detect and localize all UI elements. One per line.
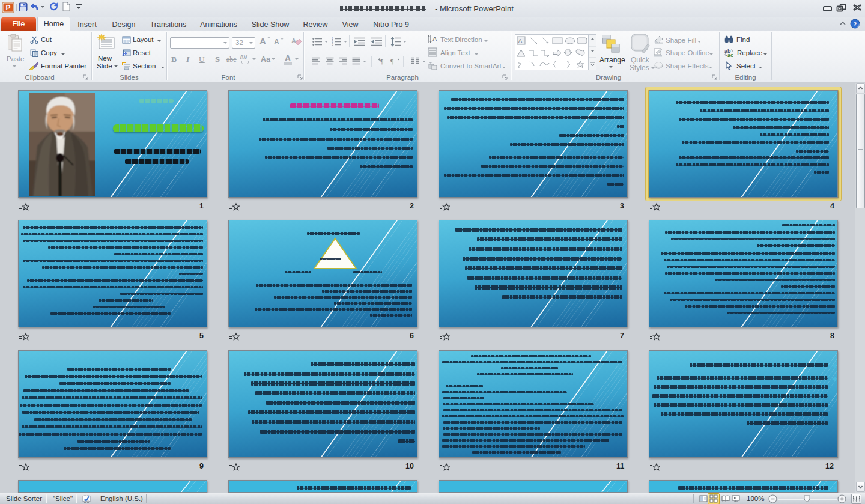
svg-text:P: P bbox=[5, 4, 10, 12]
svg-text:AV: AV bbox=[240, 54, 247, 61]
svg-text:A: A bbox=[432, 35, 437, 43]
svg-text:ac: ac bbox=[727, 52, 733, 58]
svg-text:?: ? bbox=[854, 20, 857, 28]
svg-text:¶: ¶ bbox=[380, 58, 383, 65]
svg-text:A: A bbox=[518, 38, 522, 44]
svg-text:¶: ¶ bbox=[390, 58, 393, 65]
svg-text:3: 3 bbox=[332, 43, 333, 46]
